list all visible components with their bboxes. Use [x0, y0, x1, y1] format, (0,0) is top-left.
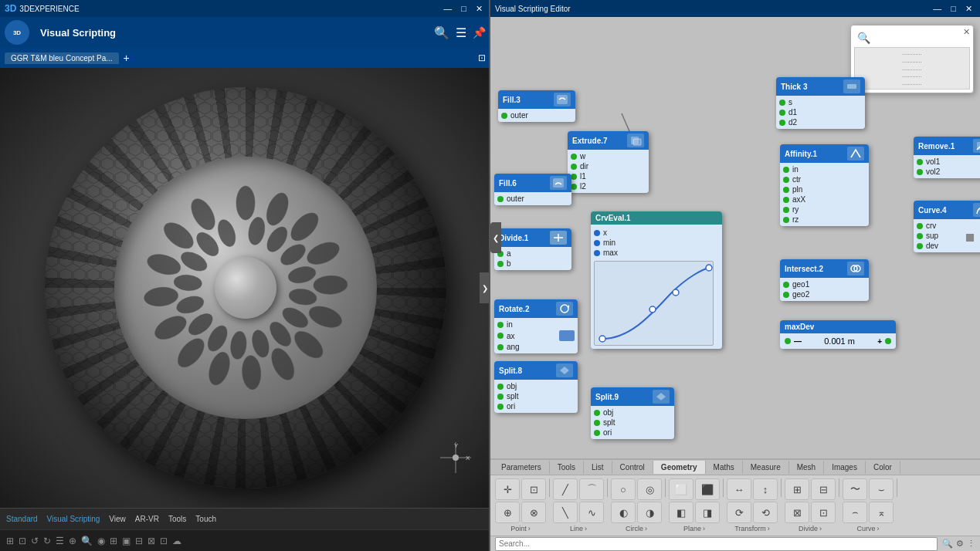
right-minimize-button[interactable]: — [930, 4, 944, 14]
curve4-port-crv-dot[interactable] [917, 223, 923, 229]
tool-circle-4[interactable]: ◑ [637, 502, 662, 523]
visual-scripting-canvas[interactable]: ✕ 🔍 ....................................… [490, 17, 980, 458]
node-split9[interactable]: Split.9 obj splt ori [591, 387, 674, 439]
pin-icon[interactable]: 📌 [473, 26, 486, 39]
affinity1-port-ry-dot[interactable] [783, 207, 789, 213]
tool-divide-3[interactable]: ⊠ [785, 502, 809, 523]
tab-view[interactable]: View [109, 515, 126, 523]
tab-color[interactable]: Color [866, 461, 900, 474]
node-maxdev[interactable]: maxDev — 0.001 m + [780, 320, 896, 349]
transform-expand-icon[interactable]: › [768, 525, 770, 532]
menu-icon[interactable]: ☰ [456, 25, 466, 40]
status-icon-6[interactable]: ⊕ [69, 536, 76, 546]
tab-visual-scripting[interactable]: Visual Scripting [47, 515, 100, 523]
left-main-tab[interactable]: GGR T&M bleu Concept Pa... [5, 52, 119, 64]
node-thick3[interactable]: Thick 3 s d1 d2 [776, 77, 865, 129]
split9-port-obj-dot[interactable] [594, 410, 600, 416]
tool-curve-2[interactable]: ⌣ [869, 478, 894, 500]
affinity1-port-axX-dot[interactable] [783, 197, 789, 203]
status-icon-3[interactable]: ↺ [31, 536, 39, 546]
thick3-port-d2-dot[interactable] [779, 120, 785, 126]
right-maximize-button[interactable]: □ [948, 4, 959, 14]
tab-measure[interactable]: Measure [743, 461, 789, 474]
crveval1-port-max-dot[interactable] [594, 250, 600, 256]
tool-line-3[interactable]: ╲ [553, 502, 578, 523]
crveval1-port-min-dot[interactable] [594, 240, 600, 246]
tool-plane-2[interactable]: ⬛ [695, 478, 720, 500]
tool-point-1[interactable]: ✛ [495, 478, 520, 500]
tab-list[interactable]: List [584, 461, 612, 474]
divide-expand-icon[interactable]: › [819, 525, 822, 532]
tool-curve-1[interactable]: 〜 [843, 478, 867, 500]
tooltip-close-button[interactable]: ✕ [963, 27, 970, 37]
fill6-port-outer-dot[interactable] [497, 196, 504, 202]
node-fill6[interactable]: Fill.6 outer [494, 174, 571, 205]
affinity1-port-ctr-dot[interactable] [783, 177, 789, 183]
left-maximize-button[interactable]: □ [458, 4, 470, 14]
affinity1-port-rz-dot[interactable] [783, 217, 789, 223]
split8-port-splt-dot[interactable] [497, 394, 504, 400]
intersect2-port-geo1-dot[interactable] [783, 282, 789, 288]
tab-touch[interactable]: Touch [195, 515, 216, 523]
canvas-left-expand-button[interactable]: ❮ [490, 222, 501, 253]
status-icon-4[interactable]: ↻ [43, 536, 51, 546]
panel-expand-button[interactable]: ❯ [480, 272, 490, 303]
tool-point-4[interactable]: ⊗ [521, 502, 546, 523]
extrude7-port-w-dot[interactable] [571, 154, 577, 160]
fill3-port-outer-dot[interactable] [501, 113, 507, 119]
tool-plane-4[interactable]: ◨ [695, 502, 720, 523]
crveval1-port-x-dot[interactable] [594, 230, 600, 236]
rotate2-port-ax-dot[interactable] [497, 333, 504, 339]
node-intersect2[interactable]: Intersect.2 geo1 geo2 [780, 259, 869, 301]
divide1-port-b-dot[interactable] [497, 261, 504, 267]
tooltip-zoom-icon[interactable]: 🔍 [857, 32, 967, 44]
tool-line-2[interactable]: ⌒ [579, 478, 604, 500]
tab-control[interactable]: Control [612, 461, 653, 474]
maxdev-left-dot[interactable] [785, 338, 791, 344]
node-divide1[interactable]: Divide.1 a b [494, 228, 571, 270]
status-icon-1[interactable]: ⊞ [6, 536, 14, 546]
curve4-port-sup-dot[interactable] [917, 233, 923, 239]
settings-button[interactable]: ⚙ [956, 539, 964, 549]
curve4-port-dev-dot[interactable] [917, 243, 923, 249]
node-affinity1[interactable]: Affinity.1 in ctr pln axX ry rz [780, 144, 869, 226]
tool-circle-3[interactable]: ◐ [611, 502, 636, 523]
tab-images[interactable]: Images [824, 461, 866, 474]
status-icon-9[interactable]: ⊞ [110, 536, 117, 546]
node-extrude7[interactable]: Extrude.7 w dir l1 l2 [568, 131, 649, 193]
remove1-port-vol2-dot[interactable] [917, 169, 923, 175]
rotate2-port-ang-dot[interactable] [497, 344, 504, 350]
circle-expand-icon[interactable]: › [645, 525, 647, 532]
status-icon-14[interactable]: ☁ [172, 536, 181, 546]
status-icon-10[interactable]: ▣ [122, 536, 131, 546]
status-icon-13[interactable]: ⊡ [160, 536, 168, 546]
tool-point-3[interactable]: ⊕ [495, 502, 520, 523]
status-icon-8[interactable]: ◉ [97, 536, 105, 546]
more-button[interactable]: ⋮ [967, 539, 975, 549]
status-icon-2[interactable]: ⊡ [19, 536, 26, 546]
node-split8[interactable]: Split.8 obj splt ori [494, 361, 578, 413]
node-crveval1[interactable]: CrvEval.1 x min max [591, 211, 722, 349]
tab-standard[interactable]: Standard [6, 515, 38, 523]
tab-parameters[interactable]: Parameters [493, 461, 550, 474]
tool-circle-2[interactable]: ◎ [637, 478, 662, 500]
tab-ar-vr[interactable]: AR-VR [135, 515, 159, 523]
right-close-button[interactable]: ✕ [962, 4, 975, 14]
left-close-button[interactable]: ✕ [473, 4, 486, 14]
search-input[interactable] [495, 537, 938, 551]
status-icon-7[interactable]: 🔍 [81, 536, 93, 546]
point-expand-icon[interactable]: › [528, 525, 531, 532]
status-icon-11[interactable]: ⊟ [135, 536, 143, 546]
search-button[interactable]: 🔍 [942, 539, 953, 549]
node-curve4[interactable]: Curve.4 crv sup dev [914, 201, 980, 252]
tab-maths[interactable]: Maths [706, 461, 743, 474]
split8-port-obj-dot[interactable] [497, 384, 504, 390]
rotate2-port-in-dot[interactable] [497, 322, 504, 328]
tab-tools[interactable]: Tools [550, 461, 584, 474]
add-tab-button[interactable]: + [120, 52, 133, 64]
tool-divide-4[interactable]: ⊡ [811, 502, 836, 523]
tool-divide-1[interactable]: ⊞ [785, 478, 809, 500]
split9-port-ori-dot[interactable] [594, 430, 600, 436]
node-rotate2[interactable]: Rotate.2 in ax ang [494, 299, 578, 353]
tab-mesh[interactable]: Mesh [789, 461, 824, 474]
